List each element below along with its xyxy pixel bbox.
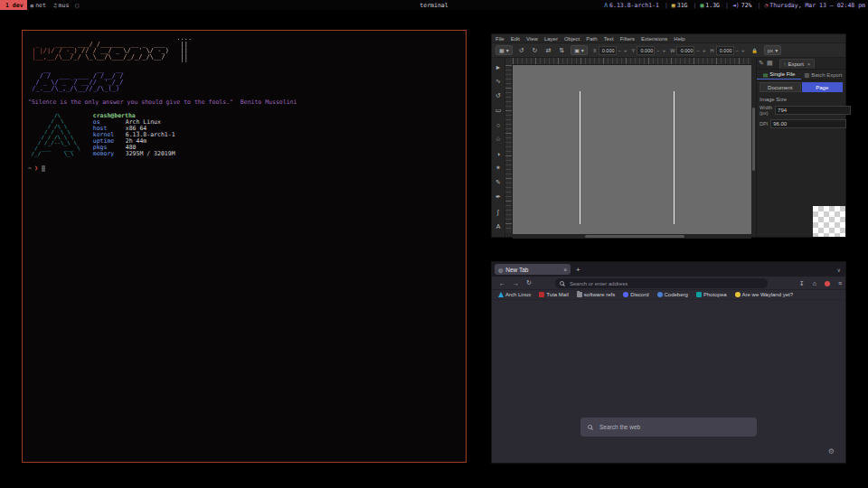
- tool-icon[interactable]: ○: [493, 117, 505, 132]
- decrement-button[interactable]: −: [695, 48, 701, 53]
- shell-prompt[interactable]: ~ ❯: [28, 164, 460, 172]
- bookmark-item[interactable]: Codeberg: [657, 292, 688, 297]
- toolbar-icon[interactable]: ↺: [518, 47, 525, 54]
- bookmark-item[interactable]: Discord: [623, 292, 648, 297]
- field-label: X: [593, 48, 597, 53]
- decrement-button[interactable]: −: [656, 48, 661, 53]
- inkscape-window[interactable]: FileEditViewLayerObjectPathTextFiltersEx…: [491, 33, 846, 238]
- vscroll-thumb[interactable]: [752, 108, 755, 171]
- menu-item[interactable]: Text: [604, 36, 614, 42]
- new-tab-button[interactable]: +: [576, 266, 580, 274]
- tab-close-icon[interactable]: ×: [563, 267, 567, 273]
- address-bar[interactable]: [555, 278, 768, 288]
- bookmark-item[interactable]: software refs: [577, 292, 615, 297]
- prompt-path: ~: [28, 164, 32, 172]
- decrement-button[interactable]: −: [735, 48, 741, 53]
- canvas-hscrollbar[interactable]: [513, 234, 751, 239]
- width-label: Width (px): [760, 105, 772, 116]
- workspace-tag[interactable]: ♫mus: [50, 0, 72, 10]
- tool-icon[interactable]: ✒: [493, 190, 505, 204]
- menu-item[interactable]: Object: [564, 36, 580, 42]
- tool-icon[interactable]: ✶: [493, 161, 505, 175]
- extension-red-icon[interactable]: [825, 281, 830, 286]
- gear-icon[interactable]: ⚙: [828, 447, 835, 455]
- menu-item[interactable]: Layer: [544, 36, 558, 42]
- decrement-button[interactable]: −: [618, 48, 623, 53]
- browser-window[interactable]: ◍ New Tab × + ∨ ← → ↻ ↧ ⌂ ≡: [491, 261, 846, 464]
- increment-button[interactable]: +: [702, 48, 707, 53]
- status-text: 31G: [677, 2, 688, 9]
- hscroll-thumb[interactable]: [585, 235, 684, 238]
- units-dropdown[interactable]: px▾: [764, 45, 781, 55]
- reload-button[interactable]: ↻: [526, 279, 532, 286]
- layout-icon[interactable]: ▢: [75, 2, 79, 9]
- menu-item[interactable]: Extensions: [641, 36, 667, 42]
- field-value[interactable]: 0.000: [716, 46, 734, 55]
- scope-button[interactable]: Page: [802, 82, 844, 92]
- status-icon: ▩: [700, 2, 703, 9]
- workspace-tag[interactable]: ◍net: [27, 0, 50, 10]
- home-icon[interactable]: ⌂: [813, 280, 816, 286]
- align-dropdown[interactable]: ▣▾: [571, 45, 588, 55]
- web-search-input[interactable]: [598, 423, 750, 431]
- workspace-label: mus: [59, 2, 70, 9]
- downloads-icon[interactable]: ↧: [799, 280, 805, 287]
- close-icon[interactable]: ×: [807, 61, 811, 67]
- tool-icon[interactable]: A: [493, 219, 505, 233]
- tool-icon[interactable]: ∫: [493, 204, 505, 219]
- mode-tab-label: Single File: [769, 71, 795, 77]
- tool-icon[interactable]: ↺: [493, 89, 505, 103]
- bookmark-item[interactable]: Photopea: [696, 292, 727, 297]
- increment-button[interactable]: +: [623, 48, 628, 53]
- menu-item[interactable]: File: [495, 36, 505, 42]
- field-value[interactable]: 0.000: [599, 46, 617, 55]
- back-button[interactable]: ←: [499, 280, 505, 286]
- tool-icon[interactable]: ►: [493, 60, 505, 74]
- menu-item[interactable]: Filters: [620, 36, 635, 42]
- toolbar-icon[interactable]: ↻: [532, 47, 539, 54]
- field-value[interactable]: 0.000: [637, 46, 655, 55]
- workspace-tag[interactable]: 1 dev: [0, 0, 27, 10]
- bookmark-item[interactable]: Are we Wayland yet?: [735, 292, 793, 297]
- web-search-box[interactable]: [580, 418, 757, 436]
- menu-item[interactable]: Edit: [511, 36, 520, 42]
- toolbar-icon[interactable]: ⇅: [558, 47, 565, 54]
- scope-button[interactable]: Document: [760, 82, 801, 92]
- lock-ratio-icon[interactable]: 🔒: [751, 48, 759, 53]
- menu-item[interactable]: View: [526, 36, 538, 42]
- tool-icon[interactable]: ☆: [493, 132, 505, 146]
- address-input[interactable]: [568, 280, 763, 287]
- menu-item[interactable]: Path: [586, 36, 597, 42]
- menu-item[interactable]: Help: [674, 36, 684, 42]
- tool-icon[interactable]: ∿: [493, 74, 505, 89]
- chevron-down-icon[interactable]: ∨: [837, 267, 841, 273]
- selection-options-dropdown[interactable]: ▦▾: [495, 45, 513, 55]
- tool-icon[interactable]: ✎: [493, 175, 505, 190]
- menu-icon[interactable]: ≡: [838, 280, 842, 286]
- toolbar-icon[interactable]: ⇄: [544, 47, 552, 54]
- tool-icon[interactable]: ▭: [493, 103, 505, 117]
- bookmark-label: software refs: [584, 292, 615, 297]
- focused-window-title: terminal: [420, 2, 448, 9]
- tool-icon[interactable]: ◑: [493, 146, 505, 161]
- export-mode-tab[interactable]: ▥Batch Export: [801, 70, 845, 80]
- increment-button[interactable]: +: [662, 48, 667, 53]
- export-mode-tab[interactable]: ▤Single File: [757, 70, 801, 80]
- width-input[interactable]: [775, 106, 851, 115]
- browser-tab[interactable]: ◍ New Tab ×: [495, 264, 571, 275]
- field-value[interactable]: 0.000: [676, 46, 694, 55]
- increment-button[interactable]: +: [741, 48, 746, 53]
- dpi-input[interactable]: [770, 119, 846, 128]
- export-dialog-tab[interactable]: ↑ Export ×: [779, 59, 816, 69]
- stepper-field: X0.000−+: [593, 46, 628, 55]
- browser-nav-bar: ← → ↻ ↧ ⌂ ≡: [492, 277, 845, 290]
- panel-icon[interactable]: ✎: [759, 60, 764, 67]
- status-item: ◔Thursday, Mar 13 — 02:48 pm: [764, 2, 865, 9]
- bookmark-item[interactable]: Tuta Mail: [539, 292, 568, 297]
- forward-button[interactable]: →: [513, 280, 519, 286]
- terminal-window[interactable]: .... _ _____ ___/ /______ __ _ ___ || | …: [22, 30, 467, 463]
- desktop: 1 dev ◍net ♫mus ▢ terminal Λ6.13.8-arch1…: [0, 0, 868, 488]
- bookmark-item[interactable]: Arch Linux: [498, 292, 531, 297]
- panel-icon[interactable]: ▤: [767, 60, 773, 67]
- inkscape-canvas[interactable]: [513, 65, 751, 234]
